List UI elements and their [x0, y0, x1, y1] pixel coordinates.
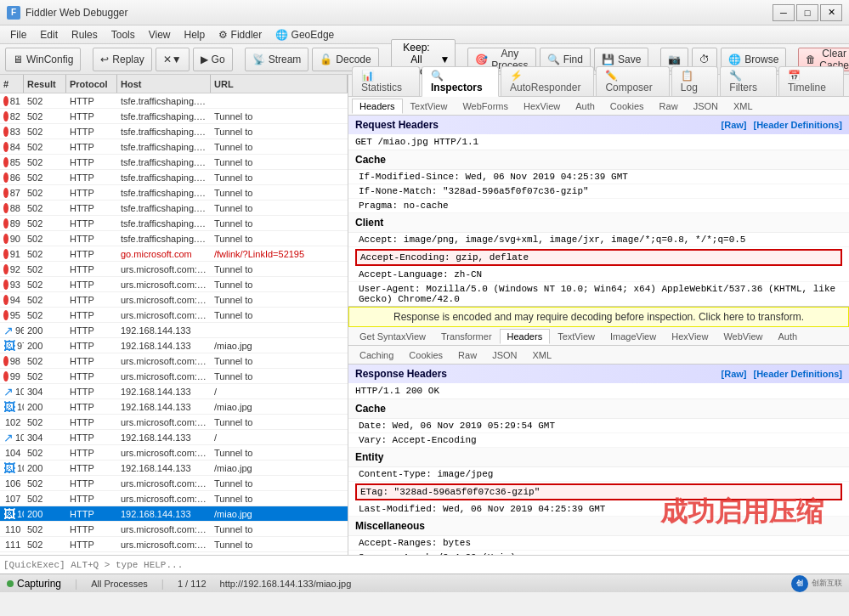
resp-subtab-caching[interactable]: Caching	[352, 348, 401, 363]
subtab-raw[interactable]: Raw	[652, 99, 686, 114]
table-row[interactable]: ↗96 200 HTTP 192.168.144.133	[0, 323, 348, 338]
table-row[interactable]: 104 502 HTTP urs.microsoft.com:44... Tun…	[0, 445, 348, 461]
cell-id: 90	[0, 234, 24, 244]
response-notice[interactable]: Response is encoded and may require deco…	[348, 307, 849, 327]
table-row[interactable]: 85 502 HTTP tsfe.trafficshaping.d... Tun…	[0, 155, 348, 170]
request-raw-link[interactable]: [Raw]	[722, 120, 747, 130]
resp-subtab-textview[interactable]: TextView	[550, 329, 603, 344]
table-row[interactable]: 110 502 HTTP urs.microsoft.com:44... Tun…	[0, 522, 348, 537]
table-row[interactable]: 83 502 HTTP tsfe.trafficshaping.d... Tun…	[0, 124, 348, 139]
cell-id: 104	[0, 448, 24, 458]
table-row[interactable]: ↗100 304 HTTP 192.168.144.133 /	[0, 384, 348, 399]
maximize-button[interactable]: □	[796, 4, 818, 21]
table-row[interactable]: 88 502 HTTP tsfe.trafficshaping.d... Tun…	[0, 201, 348, 216]
table-row[interactable]: 92 502 HTTP urs.microsoft.com:44... Tunn…	[0, 262, 348, 277]
replay-button[interactable]: ↩ Replay	[93, 48, 151, 71]
table-row[interactable]: 93 502 HTTP urs.microsoft.com:44... Tunn…	[0, 277, 348, 292]
table-row[interactable]: 87 502 HTTP tsfe.trafficshaping.d... Tun…	[0, 185, 348, 201]
close-button[interactable]: ✕	[820, 4, 842, 21]
resp-subtab-cookies[interactable]: Cookies	[401, 348, 450, 363]
resp-subtab-xml[interactable]: XML	[524, 348, 559, 363]
subtab-auth[interactable]: Auth	[568, 99, 603, 114]
table-row[interactable]: 98 502 HTTP urs.microsoft.com:44... Tunn…	[0, 353, 348, 369]
cell-url: Tunnel to	[211, 371, 348, 381]
table-row[interactable]: 82 502 HTTP tsfe.trafficshaping.d... Tun…	[0, 109, 348, 124]
subtab-json[interactable]: JSON	[686, 99, 726, 114]
resp-subtab-raw[interactable]: Raw	[450, 348, 484, 363]
resp-entity-title: Entity	[348, 448, 849, 467]
tab-timeline[interactable]: 📅 Timeline	[778, 66, 844, 96]
table-row[interactable]: 112 502 HTTP urs.microsoft.com:44... Tun…	[0, 552, 348, 555]
table-row[interactable]: 99 502 HTTP urs.microsoft.com:44... Tunn…	[0, 369, 348, 384]
cell-id: 🖼97	[0, 339, 24, 353]
cell-id: 87	[0, 188, 24, 198]
tab-autoresponder[interactable]: ⚡ AutoResponder	[501, 66, 594, 96]
cell-url: /miao.jpg	[211, 402, 348, 412]
menu-geoedge[interactable]: 🌐 GeoEdge	[269, 27, 341, 42]
remove-button[interactable]: ✕▼	[156, 48, 190, 71]
resp-subtab-imageview[interactable]: ImageView	[603, 329, 664, 344]
table-row[interactable]: 🖼109 200 HTTP 192.168.144.133 /miao.jpg	[0, 506, 348, 522]
resp-subtab-auth[interactable]: Auth	[770, 329, 805, 344]
tab-composer[interactable]: ✏️ Composer	[596, 66, 669, 96]
table-row[interactable]: 94 502 HTTP urs.microsoft.com:44... Tunn…	[0, 292, 348, 308]
subtab-hexview[interactable]: HexView	[516, 99, 568, 114]
table-row[interactable]: 81 502 HTTP tsfe.trafficshaping.d...	[0, 93, 348, 109]
subtab-xml[interactable]: XML	[726, 99, 761, 114]
tab-log[interactable]: 📋 Log	[671, 66, 719, 96]
table-row[interactable]: 🖼97 200 HTTP 192.168.144.133 /miao.jpg	[0, 338, 348, 353]
menu-file[interactable]: File	[3, 27, 33, 42]
tab-inspectors[interactable]: 🔍 Inspectors	[422, 66, 499, 97]
winconfig-button[interactable]: 🖥 WinConfig	[5, 48, 81, 71]
resp-subtab-syntaxview[interactable]: Get SyntaxView	[352, 329, 433, 344]
header-item: Date: Wed, 06 Nov 2019 05:29:54 GMT	[348, 419, 849, 433]
table-row[interactable]: 111 502 HTTP urs.microsoft.com:44... Tun…	[0, 537, 348, 552]
subtab-webforms[interactable]: WebForms	[455, 99, 516, 114]
table-row[interactable]: 90 502 HTTP tsfe.trafficshaping.d... Tun…	[0, 231, 348, 246]
tab-statistics[interactable]: 📊 Statistics	[352, 66, 420, 96]
subtab-headers[interactable]: Headers	[352, 99, 403, 114]
cell-host: tsfe.trafficshaping.d...	[117, 111, 211, 122]
capture-toggle[interactable]: Capturing	[7, 578, 61, 590]
menu-view[interactable]: View	[142, 27, 178, 42]
minimize-button[interactable]: ─	[773, 4, 795, 21]
table-row[interactable]: 84 502 HTTP tsfe.trafficshaping.d... Tun…	[0, 139, 348, 155]
decode-label: Decode	[336, 54, 371, 65]
resp-subtab-transformer[interactable]: Transformer	[433, 329, 500, 344]
resp-subtab-hexview[interactable]: HexView	[664, 329, 716, 344]
table-row[interactable]: 89 502 HTTP tsfe.trafficshaping.d... Tun…	[0, 216, 348, 231]
statistics-label: Statistics	[361, 82, 402, 93]
all-processes-status: All Processes	[91, 579, 148, 589]
resp-subtab-json[interactable]: JSON	[484, 348, 524, 363]
page-count-status: 1 / 112	[178, 579, 207, 589]
response-raw-link[interactable]: [Raw]	[722, 369, 747, 379]
table-row[interactable]: 107 502 HTTP urs.microsoft.com:44... Tun…	[0, 491, 348, 506]
table-row[interactable]: 86 502 HTTP tsfe.trafficshaping.d... Tun…	[0, 170, 348, 185]
table-row[interactable]: 🖼101 200 HTTP 192.168.144.133 /miao.jpg	[0, 399, 348, 415]
resp-subtab-headers[interactable]: Headers	[500, 329, 551, 344]
table-row[interactable]: 95 502 HTTP urs.microsoft.com:44... Tunn…	[0, 308, 348, 323]
tab-filters[interactable]: 🔧 Filters	[720, 66, 777, 96]
cell-host: tsfe.trafficshaping.d...	[117, 96, 211, 106]
table-row[interactable]: 106 502 HTTP urs.microsoft.com:44... Tun…	[0, 476, 348, 491]
quickexec-input[interactable]	[3, 560, 846, 570]
header-item: Vary: Accept-Encoding	[348, 433, 849, 448]
cell-id: 107	[0, 494, 24, 504]
menu-tools[interactable]: Tools	[105, 27, 142, 42]
go-button[interactable]: ▶ Go	[193, 48, 233, 71]
table-row[interactable]: 🖼105 200 HTTP 192.168.144.133 /miao.jpg	[0, 461, 348, 476]
menu-fiddler[interactable]: ⚙ Fiddler	[212, 27, 269, 42]
table-row[interactable]: 102 502 HTTP urs.microsoft.com:44... Tun…	[0, 415, 348, 430]
table-row[interactable]: ↗103 304 HTTP 192.168.144.133 /	[0, 430, 348, 445]
response-header-defs-link[interactable]: [Header Definitions]	[753, 369, 842, 379]
table-row[interactable]: 91 502 HTTP go.microsoft.com /fwlink/?Li…	[0, 246, 348, 262]
resp-subtab-webview[interactable]: WebView	[716, 329, 770, 344]
request-header-defs-link[interactable]: [Header Definitions]	[753, 120, 842, 130]
subtab-cookies[interactable]: Cookies	[603, 99, 652, 114]
subtab-textview[interactable]: TextView	[403, 99, 456, 114]
cell-url: Tunnel to	[211, 310, 348, 320]
menu-help[interactable]: Help	[178, 27, 212, 42]
menu-rules[interactable]: Rules	[65, 27, 105, 42]
stream-button[interactable]: 📡 Stream	[245, 48, 309, 71]
menu-edit[interactable]: Edit	[33, 27, 65, 42]
